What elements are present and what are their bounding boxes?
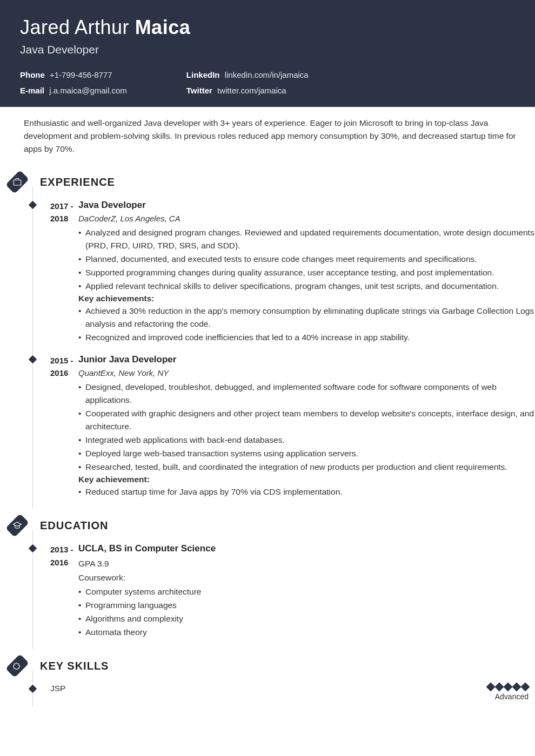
job-title: Java Developer [20,43,515,56]
contacts: Phone +1-799-456-8777 E-mail j.a.maica@g… [20,70,515,95]
timeline-marker [0,684,32,701]
phone-value: +1-799-456-8777 [50,70,112,79]
achievements-label: Key achievement: [78,475,535,484]
skills-icon-wrap [0,656,24,676]
rating-level: Advanced [487,692,529,701]
entry-title: Java Developer [78,200,535,211]
achievements-label: Key achievements: [78,294,535,303]
bullet-item: Computer systems architecture [78,585,535,598]
rating-diamond-icon [486,683,496,692]
bullet-item: Algorithms and complexity [78,612,535,625]
contact-email: E-mail j.a.maica@gmail.com [20,86,127,95]
timeline-marker [0,354,32,499]
education-section: EDUCATION 2013 - 2016 UCLA, BS in Comput… [0,509,535,649]
rating-diamond-icon [495,683,504,692]
email-label: E-mail [20,86,44,95]
last-name: Maica [135,16,191,38]
entry-date: 2013 - 2016 [32,543,78,639]
entry-title: UCLA, BS in Computer Science [78,543,535,554]
timeline-marker [0,200,32,345]
education-title: EDUCATION [40,519,108,532]
achievements-list: Achieved a 30% reduction in the app's me… [78,305,535,344]
entry-bullets: Analyzed and designed program changes. R… [78,226,535,293]
contact-phone: Phone +1-799-456-8777 [20,70,127,79]
experience-entry: 2017 - 2018 Java Developer DaCoderZ, Los… [0,200,535,354]
bullet-item: Automata theory [78,626,535,639]
rating-diamond-icon [521,683,530,692]
bullet-item: Cooperated with graphic designers and ot… [78,407,535,433]
rating-diamond-icon [504,683,513,692]
entry-bullets: Designed, developed, troubleshot, debugg… [78,381,535,474]
bullet-item: Applied relevant technical skills to del… [78,280,535,293]
first-middle-name: Jared Arthur [20,16,129,38]
education-header: EDUCATION [0,509,535,543]
entry-body: Junior Java Developer QuantExx, New York… [78,354,535,499]
twitter-value: twitter.com/jamaica [217,86,286,95]
bullet-item: Analyzed and designed program changes. R… [78,226,535,252]
entry-date: 2015 - 2016 [32,354,78,499]
skill-name: JSP [32,684,487,701]
experience-header: EXPERIENCE [0,165,535,200]
email-value: j.a.maica@gmail.com [49,86,127,95]
experience-entry: 2015 - 2016 Junior Java Developer QuantE… [0,354,535,509]
rating-diamond-icon [512,683,521,692]
education-entry: 2013 - 2016 UCLA, BS in Computer Science… [0,543,535,649]
full-name: Jared Arthur Maica [20,16,515,39]
skills-header: KEY SKILLS [0,649,535,684]
entry-title: Junior Java Developer [78,354,535,365]
bullet-item: Reduced startup time for Java apps by 70… [78,485,535,498]
entry-body: Java Developer DaCoderZ, Los Angeles, CA… [78,200,535,345]
entry-body: UCLA, BS in Computer Science GPA 3.9 Cou… [78,543,535,639]
summary-text: Enthusiastic and well-organized Java dev… [0,107,535,165]
linkedin-label: LinkedIn [186,70,220,79]
bullet-item: Integrated web applications with back-en… [78,434,535,447]
bullet-item: Recognized and improved code inefficienc… [78,331,535,344]
bullet-item: Deployed large web-based transaction sys… [78,447,535,460]
contact-linkedin: LinkedIn linkedin.com/in/jamaica [186,70,309,79]
bullet-item: Planned, documented, and executed tests … [78,253,535,266]
rating-diamonds [487,684,529,690]
graduation-cap-icon [5,514,29,537]
bullet-item: Programming languages [78,599,535,612]
resume-header: Jared Arthur Maica Java Developer Phone … [0,0,535,107]
gpa: GPA 3.9 [78,557,535,570]
experience-title: EXPERIENCE [40,176,115,188]
bullet-item: Researched, tested, built, and coordinat… [78,461,535,474]
coursework-label: Coursework: [78,571,535,584]
skills-section: KEY SKILLS JSP Advanced [0,649,535,706]
svg-rect-0 [14,180,21,185]
contact-twitter: Twitter twitter.com/jamaica [186,86,309,95]
coursework-list: Computer systems architecture Programmin… [78,585,535,639]
skill-entry: JSP Advanced [0,684,535,706]
puzzle-icon [5,654,29,678]
phone-label: Phone [20,70,45,79]
twitter-label: Twitter [186,86,212,95]
briefcase-icon [5,170,29,194]
timeline-marker [0,543,32,639]
entry-company: QuantExx, New York, NY [78,368,535,377]
entry-date: 2017 - 2018 [32,200,78,345]
experience-icon-wrap [0,172,24,192]
contacts-col-1: Phone +1-799-456-8777 E-mail j.a.maica@g… [20,70,127,95]
linkedin-value: linkedin.com/in/jamaica [225,70,309,79]
bullet-item: Supported programming changes during qua… [78,266,535,279]
skills-title: KEY SKILLS [40,660,109,672]
skill-rating: Advanced [487,684,535,701]
experience-section: EXPERIENCE 2017 - 2018 Java Developer Da… [0,165,535,509]
achievements-list: Reduced startup time for Java apps by 70… [78,485,535,498]
contacts-col-2: LinkedIn linkedin.com/in/jamaica Twitter… [186,70,309,95]
bullet-item: Designed, developed, troubleshot, debugg… [78,381,535,407]
education-icon-wrap [0,515,24,536]
entry-company: DaCoderZ, Los Angeles, CA [78,214,535,223]
bullet-item: Achieved a 30% reduction in the app's me… [78,305,535,330]
